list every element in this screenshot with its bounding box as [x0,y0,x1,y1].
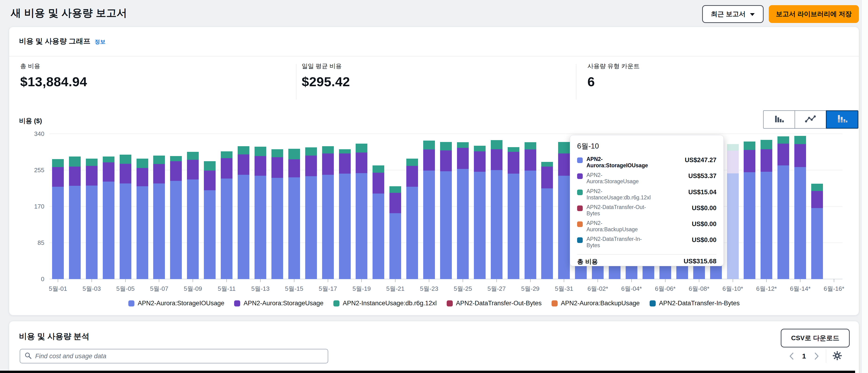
chart-bar-6월-13*[interactable] [777,136,789,279]
chart-bar-6월-12*[interactable] [761,140,772,279]
chart-bar-5월-14[interactable] [272,149,283,279]
bar-segment [474,146,486,151]
chart-bar-5월-31[interactable] [558,142,570,279]
chart-bar-5월-29[interactable] [525,142,536,279]
x-axis-label: 5월-15 [275,285,313,293]
scrollbar-track[interactable] [862,0,868,373]
bar-chart-toggle-button[interactable] [763,110,795,129]
chart-bar-5월-21[interactable] [390,186,401,279]
chart-bar-5월-01[interactable] [52,159,64,279]
graph-card-title: 비용 및 사용량 그래프정보 [19,36,105,46]
bar-segment [727,144,739,150]
x-axis-label: 5월-13 [242,285,279,293]
chart-bar-5월-09[interactable] [187,152,199,279]
legend-item[interactable]: APN2-Aurora:BackupUsage [552,300,640,307]
previous-page-icon[interactable] [788,352,795,360]
pagination: 1 [788,349,842,363]
chart-bar-5월-28[interactable] [508,147,519,279]
chart-bar-5월-16[interactable] [305,147,317,279]
bar-segment [491,170,502,279]
bar-segment [474,172,486,279]
chart-bar-5월-23[interactable] [423,141,435,279]
legend-item[interactable]: APN2-DataTransfer-In-Bytes [650,300,740,307]
legend-color-chip [128,300,134,306]
bar-segment [204,171,216,190]
search-input[interactable] [35,352,323,360]
bar-segment [305,176,317,279]
save-to-library-label: 보고서 라이브러리에 저장 [776,10,852,19]
chart-bar-5월-15[interactable] [288,149,300,279]
current-page-number[interactable]: 1 [801,352,807,360]
usage-type-count-value: 6 [587,74,640,89]
legend-item[interactable]: APN2-InstanceUsage:db.r6g.12xl [333,300,437,307]
x-axis-label: 6월-06* [647,285,684,293]
chart-bar-5월-06[interactable] [136,159,148,279]
bar-segment [288,177,300,279]
x-axis-tick [631,279,632,282]
tooltip-series-label: APN2-DataTransfer-Out-Bytes [587,204,654,217]
chart-bar-5월-13[interactable] [254,147,266,279]
chart-bar-5월-17[interactable] [322,146,334,279]
chart-bar-5월-25[interactable] [457,142,469,279]
chart-bar-5월-26[interactable] [474,146,486,279]
chart-bar-6월-11*[interactable] [744,141,755,279]
bar-segment [457,148,469,169]
recent-reports-button[interactable]: 최근 보고서 [702,5,764,23]
chart-bar-5월-22[interactable] [406,159,418,279]
download-csv-button[interactable]: CSV로 다운로드 [781,329,850,347]
chart-bar-5월-02[interactable] [69,157,81,279]
x-axis-label: 5월-31 [545,285,583,293]
bar-segment [272,157,283,178]
legend-item[interactable]: APN2-Aurora:StorageUsage [234,300,323,307]
stacked-bar-chart-toggle-button[interactable] [826,110,858,129]
tooltip-series-value: US$0.00 [654,236,716,244]
cost-explorer-page: 새 비용 및 사용량 보고서 최근 보고서 보고서 라이브러리에 저장 비용 및… [0,0,868,373]
chart-bar-5월-05[interactable] [120,155,131,279]
legend-item[interactable]: APN2-DataTransfer-Out-Bytes [447,300,542,307]
bar-segment [69,157,81,167]
tooltip-series-label: APN2-Aurora:BackupUsage [587,220,654,233]
divider [576,64,577,100]
bar-segment [744,172,755,279]
chart-bar-5월-27[interactable] [491,140,502,279]
save-to-library-button[interactable]: 보고서 라이브러리에 저장 [769,5,859,23]
chart-bar-5월-03[interactable] [86,159,98,279]
chart-bar-5월-12[interactable] [238,146,249,279]
next-page-icon[interactable] [813,352,820,360]
chevron-down-icon [750,10,755,18]
chart-bar-6월-10*[interactable] [727,144,739,279]
chart-bar-5월-11[interactable] [221,151,232,279]
x-axis-tick [463,279,463,282]
chart-bar-6월-14*[interactable] [794,136,806,279]
bar-segment [811,208,823,279]
chart-bar-5월-20[interactable] [373,165,384,279]
chart-bar-5월-07[interactable] [153,156,165,279]
x-axis-tick [125,279,126,282]
x-axis-tick [665,279,665,282]
total-cost-stat: 총 비용 $13,884.94 [20,62,87,103]
bar-segment [508,147,519,152]
bar-segment [254,147,266,156]
x-axis-tick [496,279,497,282]
chart-bar-6월-15*[interactable] [811,184,823,279]
bar-segment [355,173,367,279]
chart-bar-5월-10[interactable] [204,161,216,279]
x-axis-tick [699,279,699,282]
info-link[interactable]: 정보 [95,39,105,45]
chart-bar-5월-18[interactable] [339,149,351,279]
chart-bar-5월-04[interactable] [103,157,115,279]
legend-item[interactable]: APN2-Aurora:StorageIOUsage [128,300,224,307]
chart-bar-5월-30[interactable] [541,162,553,279]
tooltip-series-label: APN2-Aurora:StorageIOUsage [587,156,654,169]
settings-gear-icon[interactable] [832,351,842,362]
chart-bar-5월-08[interactable] [170,156,182,279]
bar-segment [120,183,131,279]
x-axis-tick [530,279,531,282]
chart-bar-5월-24[interactable] [440,142,452,279]
bar-segment [440,142,452,150]
chart-bar-5월-19[interactable] [355,144,367,279]
line-chart-toggle-button[interactable] [795,110,826,129]
bar-segment [103,181,115,279]
y-axis-tick-label: 170 [21,203,44,210]
search-field[interactable] [20,349,328,363]
